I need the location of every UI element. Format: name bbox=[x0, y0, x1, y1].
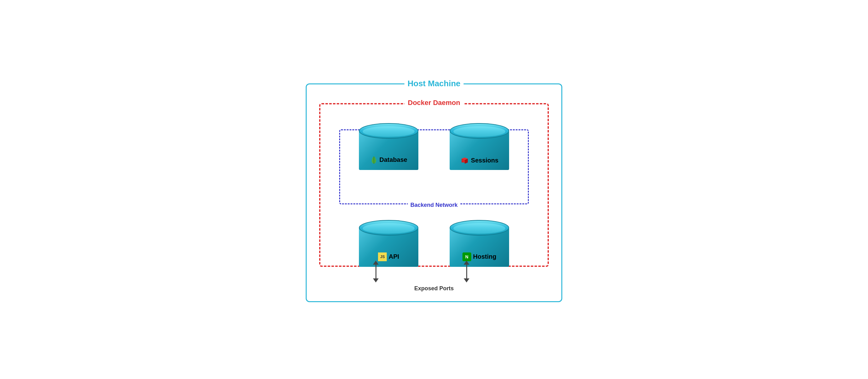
sessions-label: Sessions bbox=[450, 157, 509, 164]
docker-daemon-box: Docker Daemon Backend Network bbox=[319, 103, 549, 267]
nginx-icon: N bbox=[463, 252, 471, 261]
top-cylinders: Database bbox=[320, 114, 548, 170]
sessions-text: Sessions bbox=[471, 157, 498, 164]
api-arrow-line bbox=[375, 265, 376, 278]
host-machine-box: Host Machine Docker Daemon Backend Netwo… bbox=[306, 83, 562, 302]
hosting-arrow bbox=[464, 261, 469, 282]
hosting-text: Hosting bbox=[473, 253, 496, 260]
database-cylinder-top bbox=[359, 123, 418, 139]
diagram-container: Host Machine Docker Daemon Backend Netwo… bbox=[300, 71, 568, 308]
api-label: JS API bbox=[359, 252, 418, 261]
database-cylinder-top-inside bbox=[363, 126, 414, 137]
redis-icon bbox=[460, 157, 469, 164]
sessions-cylinder-top-inside bbox=[454, 126, 505, 137]
database-cylinder: Database bbox=[359, 123, 418, 170]
host-machine-label: Host Machine bbox=[404, 79, 463, 89]
api-text: API bbox=[389, 253, 399, 260]
database-text: Database bbox=[379, 156, 407, 163]
docker-daemon-label: Docker Daemon bbox=[405, 99, 463, 107]
sessions-cylinder: Sessions bbox=[450, 123, 509, 170]
api-cylinder: JS API bbox=[359, 220, 418, 267]
mongodb-icon bbox=[370, 156, 378, 164]
hosting-arrow-up bbox=[464, 261, 469, 265]
api-cylinder-top bbox=[359, 220, 418, 236]
api-cylinder-top-inside bbox=[363, 223, 414, 234]
hosting-arrow-line bbox=[466, 265, 467, 278]
bottom-cylinders: JS API N Hosting bbox=[320, 220, 548, 267]
hosting-arrow-down bbox=[464, 278, 469, 282]
javascript-icon: JS bbox=[378, 252, 387, 261]
backend-network-label: Backend Network bbox=[408, 202, 460, 208]
api-arrow-up bbox=[373, 261, 379, 265]
hosting-cylinder: N Hosting bbox=[450, 220, 509, 267]
exposed-ports-label: Exposed Ports bbox=[414, 285, 454, 292]
hosting-cylinder-top bbox=[450, 220, 509, 236]
api-arrow bbox=[373, 261, 379, 282]
sessions-cylinder-top bbox=[450, 123, 509, 139]
api-arrow-down bbox=[373, 278, 379, 282]
hosting-label: N Hosting bbox=[450, 252, 509, 261]
hosting-cylinder-top-inside bbox=[454, 223, 505, 234]
database-label: Database bbox=[359, 156, 418, 164]
